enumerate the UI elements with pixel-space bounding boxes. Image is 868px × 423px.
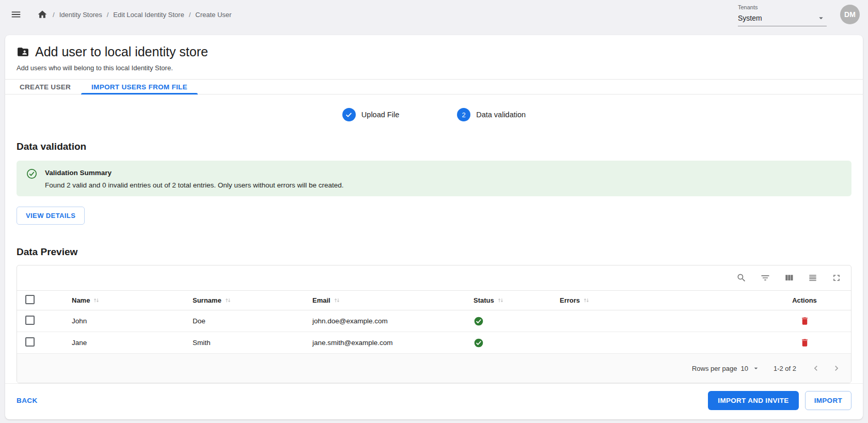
table-toolbar (17, 265, 851, 290)
tenants-select[interactable]: Tenants System (738, 3, 827, 26)
avatar[interactable]: DM (840, 5, 860, 24)
folder-shared-icon (17, 45, 29, 58)
tab-import-users-from-file[interactable]: IMPORT USERS FROM FILE (81, 80, 198, 94)
cell-actions (758, 310, 851, 332)
column-header-actions: Actions (758, 291, 851, 310)
density-button[interactable] (807, 272, 819, 284)
column-label: Name (72, 296, 90, 304)
density-lines-icon (808, 273, 818, 283)
step-completed-check-icon (342, 108, 356, 121)
validation-summary-title: Validation Summary (45, 169, 344, 177)
column-header-status[interactable]: Status (465, 291, 551, 310)
stepper: Upload File 2 Data validation (5, 95, 863, 121)
breadcrumb-item-identity-stores[interactable]: Identity Stores (59, 11, 102, 19)
row-checkbox[interactable] (25, 316, 35, 325)
topbar: / Identity Stores / Edit Local Identity … (0, 0, 868, 29)
breadcrumb: / Identity Stores / Edit Local Identity … (53, 11, 231, 19)
cell-actions (758, 332, 851, 354)
cell-status (465, 332, 551, 354)
data-preview-table-card: Name Surname Email Status (17, 265, 851, 383)
search-button[interactable] (735, 272, 748, 284)
next-page-button[interactable] (830, 362, 843, 374)
cell-surname: Smith (184, 332, 304, 354)
import-button[interactable]: IMPORT (805, 391, 851, 410)
cell-email: john.doe@example.com (304, 310, 465, 332)
data-validation-heading: Data validation (17, 141, 851, 152)
pagination-range-label: 1-2 of 2 (774, 365, 796, 372)
cell-surname: Doe (184, 310, 304, 332)
previous-page-button[interactable] (810, 362, 822, 374)
row-checkbox-cell (17, 332, 64, 354)
home-button[interactable] (37, 9, 48, 20)
cell-name: John (64, 310, 184, 332)
column-header-surname[interactable]: Surname (184, 291, 304, 310)
data-preview-heading: Data Preview (17, 246, 851, 258)
back-button[interactable]: BACK (9, 393, 45, 409)
sort-icon (334, 297, 340, 304)
fullscreen-icon (831, 273, 842, 283)
filter-button[interactable] (759, 272, 771, 284)
table-header-row: Name Surname Email Status (17, 291, 851, 310)
status-valid-check-icon (474, 316, 543, 326)
hamburger-menu-icon (10, 9, 22, 20)
filter-icon (760, 273, 770, 283)
select-all-checkbox-cell (17, 291, 64, 310)
tenants-selected-value: System (738, 14, 762, 22)
breadcrumb-separator: / (189, 11, 191, 19)
search-icon (736, 273, 747, 283)
sort-icon (225, 297, 231, 304)
hamburger-menu-button[interactable] (8, 7, 24, 22)
chevron-right-icon (831, 363, 842, 373)
trash-icon (800, 338, 810, 348)
rows-per-page-label: Rows per page (692, 365, 737, 372)
view-columns-icon (784, 273, 794, 283)
rows-per-page-select[interactable]: Rows per page 10 (692, 364, 760, 372)
table-row: Jane Smith jane.smith@example.com (17, 332, 851, 354)
column-header-errors[interactable]: Errors (551, 291, 758, 310)
breadcrumb-item-edit-local-identity-store[interactable]: Edit Local Identity Store (113, 11, 184, 19)
tab-bar: CREATE USER IMPORT USERS FROM FILE (5, 79, 863, 95)
view-details-button[interactable]: VIEW DETAILS (17, 207, 85, 225)
step-label: Upload File (361, 111, 399, 119)
step-data-validation[interactable]: 2 Data validation (457, 108, 526, 121)
chevron-down-icon (816, 13, 826, 23)
tab-create-user[interactable]: CREATE USER (9, 80, 81, 94)
table-body: John Doe john.doe@example.com Jane Smith… (17, 310, 851, 354)
column-header-email[interactable]: Email (304, 291, 465, 310)
fullscreen-button[interactable] (830, 272, 843, 284)
table-row: John Doe john.doe@example.com (17, 310, 851, 332)
column-label: Surname (193, 296, 222, 304)
cell-errors (551, 310, 758, 332)
main-card: Add user to local identity store Add use… (5, 35, 863, 419)
column-label: Email (312, 296, 330, 304)
column-header-name[interactable]: Name (64, 291, 184, 310)
status-valid-check-icon (474, 338, 543, 348)
pagination-bar: Rows per page 10 1-2 of 2 (17, 354, 851, 383)
chevron-left-icon (811, 363, 821, 373)
content: Data validation Validation Summary Found… (5, 121, 863, 383)
step-upload-file[interactable]: Upload File (342, 108, 399, 121)
column-label: Errors (560, 296, 580, 304)
step-label: Data validation (476, 111, 526, 119)
home-icon (37, 9, 48, 20)
card-footer: BACK IMPORT AND INVITE IMPORT (5, 383, 863, 419)
select-all-checkbox[interactable] (25, 295, 35, 304)
breadcrumb-item-create-user[interactable]: Create User (195, 11, 231, 19)
sort-icon (583, 297, 590, 304)
columns-button[interactable] (783, 272, 795, 284)
step-number-indicator: 2 (457, 108, 470, 121)
row-checkbox-cell (17, 310, 64, 332)
page-subtitle: Add users who will belong to this local … (17, 64, 851, 72)
chevron-down-icon (752, 364, 760, 372)
import-and-invite-button[interactable]: IMPORT AND INVITE (708, 391, 798, 410)
cell-email: jane.smith@example.com (304, 332, 465, 354)
row-checkbox[interactable] (25, 337, 35, 347)
cell-errors (551, 332, 758, 354)
delete-row-button[interactable] (799, 315, 811, 327)
check-circle-outline-icon (26, 168, 38, 189)
card-header: Add user to local identity store Add use… (5, 35, 863, 79)
validation-summary-alert: Validation Summary Found 2 valid and 0 i… (17, 161, 851, 196)
column-label: Status (474, 296, 494, 304)
cell-name: Jane (64, 332, 184, 354)
delete-row-button[interactable] (799, 337, 811, 349)
